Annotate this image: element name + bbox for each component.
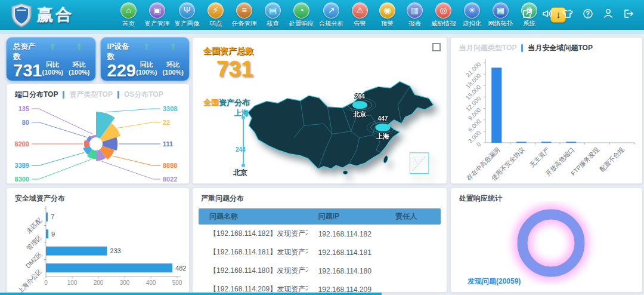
nav-item-task-management[interactable]: ≡任务管理	[230, 2, 258, 28]
response-stats-panel: 处置响应统计 发现问题(20059)	[450, 188, 643, 293]
response-donut-chart	[479, 201, 623, 285]
security-issues-bar-chart: 03,0006,0009,00012,00015,00018,00021,000…	[451, 53, 642, 181]
severe-issues-title: 严重问题分布	[193, 188, 447, 204]
col-header-0: 问题名称	[199, 211, 308, 222]
china-map: 284北京447上海	[245, 78, 442, 179]
nav-item-compliance-analysis[interactable]: ↗合规分析	[317, 2, 345, 28]
nav-item-alarm[interactable]: ⚠告警	[347, 2, 373, 28]
home-icon: ⌂	[120, 2, 137, 19]
kpi-title: IP设备数	[107, 42, 137, 62]
kpi-metric-label: 环比(100%)	[69, 61, 89, 78]
document-check-icon: ▤	[265, 2, 281, 19]
table-row[interactable]: 【192.168.114.181】发现资产不...192.168.114.181	[199, 243, 441, 262]
port-tab-0[interactable]: 端口分布TOP	[15, 90, 58, 100]
table-row[interactable]: 【192.168.114.180】发现资产不...192.168.114.180	[199, 262, 441, 280]
shield-logo-icon	[10, 2, 33, 27]
nav-item-network-topology[interactable]: ▦网络拓扑	[487, 2, 515, 28]
kpi-cards: 总资产数731↑同比(100%)↑环比(100%)IP设备数229↑同比(100…	[6, 37, 190, 81]
clipboard-icon: ≡	[236, 2, 252, 19]
tab-separator	[117, 91, 119, 99]
issues-tab-1[interactable]: 当月安全域问题TOP	[528, 43, 592, 53]
port-distribution-panel: 端口分布TOP资产类型TOPOS分布TOP 330822111888880228…	[6, 84, 190, 184]
svg-text:80: 80	[22, 119, 29, 126]
up-arrow-icon: ↑	[144, 42, 150, 52]
svg-text:8200: 8200	[15, 140, 29, 148]
map-total-label: 全国资产总数	[203, 46, 253, 57]
national-asset-map-panel: 全国资产总数 731 全国资产分布 上海 244 北京 284北京447上海	[192, 37, 447, 184]
kpi-metric: ↑同比(100%)	[136, 42, 157, 77]
nav-item-label: 处置响应	[289, 20, 314, 28]
svg-text:上海: 上海	[376, 133, 389, 140]
svg-text:上海办公区: 上海办公区	[16, 267, 44, 293]
main-nav: ⌂首页▣资产管理Ψ资产画像⚡弱点≡任务管理▤核查◔处置响应↗合规分析⚠告警◉预警…	[116, 2, 542, 28]
port-tab-2[interactable]: OS分布TOP	[124, 90, 163, 100]
nav-item-home[interactable]: ⌂首页	[116, 2, 141, 28]
svg-text:9: 9	[51, 231, 55, 238]
cell-ip: 192.168.114.181	[308, 248, 385, 257]
issues-table-body: 【192.168.114.182】发现资产不...192.168.114.182…	[193, 225, 447, 295]
nav-item-label: 合规分析	[319, 20, 344, 28]
map-checkbox[interactable]	[432, 43, 441, 51]
speaker-icon[interactable]	[541, 8, 553, 20]
user-icon[interactable]	[602, 8, 614, 20]
nav-item-virtualization[interactable]: ✳虚拟化	[459, 2, 485, 28]
kpi-value: 731	[13, 62, 42, 79]
kpi-metric: ↑同比(100%)	[42, 42, 63, 77]
nav-item-label: 弱点	[209, 20, 222, 28]
topology-icon: ▦	[493, 2, 509, 19]
svg-text:233: 233	[110, 247, 121, 254]
external-link-icon[interactable]	[521, 8, 533, 20]
svg-text:300: 300	[120, 279, 130, 286]
svg-text:配置不合规: 配置不合规	[598, 146, 626, 173]
broken-link-icon: ⚡	[208, 2, 224, 19]
svg-text:111: 111	[163, 140, 173, 148]
logout-icon[interactable]	[623, 8, 634, 20]
dashboard-root: 赢合 ⌂首页▣资产管理Ψ资产画像⚡弱点≡任务管理▤核查◔处置响应↗合规分析⚠告警…	[0, 0, 644, 295]
nav-item-label: 网络拓扑	[488, 20, 513, 28]
svg-text:284: 284	[355, 93, 365, 100]
nav-item-label: 任务管理	[232, 20, 257, 28]
nav-item-threat-intel[interactable]: ◎威胁情报	[429, 2, 457, 28]
cell-ip: 192.168.114.180	[308, 267, 385, 275]
domain-assets-panel: 安全域资产分布 01002003004005007未匹配9管理区233DMZ区4…	[6, 188, 190, 293]
kpi-metric-label: 环比(100%)	[163, 61, 184, 78]
up-arrow-icon: ↑	[171, 42, 176, 52]
issues-tab-0[interactable]: 当月问题类型TOP	[459, 43, 516, 53]
nav-item-verification[interactable]: ▤核查	[260, 2, 286, 28]
footer-strip	[0, 293, 382, 295]
kpi-metric: ↑环比(100%)	[69, 42, 89, 77]
found-issues-link[interactable]: 发现问题(20059)	[467, 276, 521, 287]
virtualization-icon: ✳	[464, 2, 480, 19]
share-nodes-icon: Ψ	[179, 2, 195, 19]
theme-shirt-icon[interactable]	[562, 8, 574, 20]
port-tab-1[interactable]: 资产类型TOP	[69, 90, 112, 100]
svg-text:0: 0	[475, 140, 482, 148]
svg-text:0: 0	[44, 279, 48, 286]
help-icon[interactable]	[582, 8, 594, 20]
nav-item-asset-management[interactable]: ▣资产管理	[143, 2, 171, 28]
radar-icon: ◎	[435, 2, 451, 19]
severe-issues-panel: 严重问题分布 问题名称问题IP责任人 【192.168.114.182】发现资产…	[192, 188, 447, 293]
kpi-metric-label: 同比(100%)	[136, 61, 157, 78]
monthly-issues-tabs: 当月问题类型TOP当月安全域问题TOP	[451, 38, 642, 53]
svg-text:8022: 8022	[163, 176, 177, 182]
port-panel-tabs: 端口分布TOP资产类型TOPOS分布TOP	[7, 84, 189, 100]
svg-text:DMZ区: DMZ区	[24, 250, 43, 269]
nav-item-label: 告警	[354, 20, 366, 28]
svg-text:500: 500	[172, 279, 182, 286]
nav-item-asset-portrait[interactable]: Ψ资产画像	[173, 2, 201, 28]
nav-item-label: 系统	[523, 20, 535, 28]
table-row[interactable]: 【192.168.114.182】发现资产不...192.168.114.182	[199, 225, 441, 243]
nav-item-disposal-response[interactable]: ◔处置响应	[287, 2, 315, 28]
svg-text:482: 482	[175, 265, 186, 272]
nav-item-weakness[interactable]: ⚡弱点	[203, 2, 228, 28]
nav-item-early-warning[interactable]: ◉预警	[374, 2, 400, 28]
quick-actions	[521, 8, 634, 20]
cell-name: 【192.168.114.181】发现资产不...	[199, 247, 308, 257]
mini-axis-value: 244	[236, 146, 246, 153]
kpi-value: 229	[107, 62, 137, 79]
nav-item-reports[interactable]: ▥报表	[402, 2, 428, 28]
top-nav-bar: 赢合 ⌂首页▣资产管理Ψ资产画像⚡弱点≡任务管理▤核查◔处置响应↗合规分析⚠告警…	[0, 0, 644, 30]
monitor-icon: ▣	[149, 2, 165, 19]
nav-item-label: 资产画像	[175, 20, 200, 28]
